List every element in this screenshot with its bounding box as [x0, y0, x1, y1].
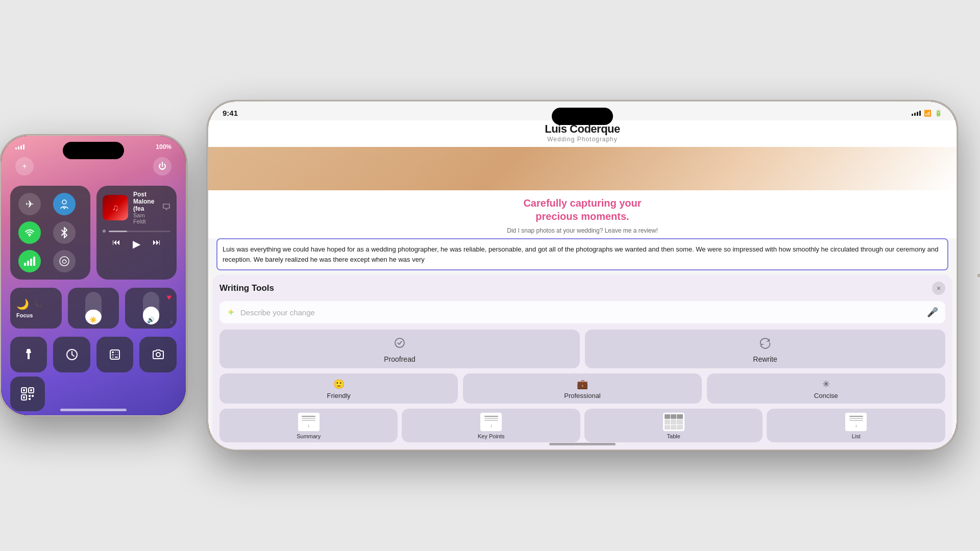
cc-transport: ⏮ ▶ ⏭: [96, 235, 177, 255]
wt-proofread-label: Proofread: [384, 355, 415, 363]
wt-summary-label: Summary: [297, 433, 321, 439]
cc-album-art: [103, 195, 128, 220]
p2-home-indicator: [549, 443, 616, 445]
cc-extra-btn[interactable]: [53, 250, 76, 272]
p2-sub-text: Did I snap photos at your wedding? Leave…: [208, 225, 957, 238]
cc-music-icon: ♪: [170, 319, 173, 324]
cc-add-button[interactable]: +: [15, 157, 34, 176]
svg-point-1: [29, 235, 31, 237]
wt-friendly-label: Friendly: [327, 392, 351, 399]
svg-point-6: [60, 257, 69, 266]
cc-top-row: ✈: [1, 182, 186, 284]
p2-wifi-icon: 📶: [924, 110, 932, 117]
cc-next-btn[interactable]: ⏭: [153, 238, 161, 250]
svg-rect-13: [117, 352, 118, 353]
p2-status-right: 📶 🔋: [912, 110, 942, 117]
svg-rect-23: [23, 396, 25, 398]
cc-row2: 🌙 📞 Focus ☀️ 🔊: [1, 284, 186, 333]
wt-mic-icon[interactable]: 🎤: [927, 307, 938, 318]
control-center-bg: 📶 100% + ⏻ ✈: [1, 136, 186, 415]
cc-airplay-icon[interactable]: [162, 203, 170, 213]
cc-track-artist: Sam Feldt: [133, 212, 157, 224]
wt-table-btn[interactable]: Table: [584, 409, 763, 442]
wt-concise-btn[interactable]: ✳ Concise: [707, 373, 945, 404]
svg-rect-9: [112, 352, 114, 353]
wt-proofread-icon: [394, 337, 406, 352]
svg-rect-14: [115, 354, 116, 355]
svg-rect-21: [30, 389, 32, 391]
cc-power-button[interactable]: ⏻: [153, 157, 172, 176]
wt-title: Writing Tools: [219, 283, 274, 293]
svg-rect-2: [24, 263, 26, 266]
p2-headline: Carefully capturing your precious moment…: [218, 196, 946, 223]
svg-rect-15: [117, 354, 118, 355]
cc-now-playing-card: Post Malone (fea Sam Feldt: [96, 186, 177, 280]
wt-list-label: List: [852, 433, 861, 439]
cc-now-playing-info: Post Malone (fea Sam Feldt: [96, 186, 177, 230]
p2-review-box[interactable]: Luis was everything we could have hoped …: [216, 238, 948, 270]
wt-list-btn[interactable]: ↓ List: [767, 409, 945, 442]
cc-cellular-btn[interactable]: [18, 250, 41, 272]
cc-brightness-card[interactable]: ☀️: [68, 288, 119, 329]
svg-rect-11: [112, 357, 114, 358]
cc-qr-btn[interactable]: [10, 377, 45, 411]
wt-row-3: ↓ Summary ↓ Key Points: [219, 409, 945, 442]
cc-focus-card[interactable]: 🌙 📞 Focus: [10, 288, 62, 329]
svg-rect-16: [115, 357, 118, 358]
cc-calculator-btn[interactable]: [96, 337, 134, 372]
wt-keypoints-label: Key Points: [478, 433, 505, 439]
wt-search-bar[interactable]: ✦ Describe your change 🎤: [219, 301, 945, 323]
cc-focus-label: Focus: [16, 312, 56, 318]
svg-point-0: [62, 200, 66, 204]
cc-home-indicator: [60, 409, 127, 411]
cc-bluetooth-btn[interactable]: [53, 221, 76, 244]
cc-toggles-card: ✈: [10, 186, 90, 280]
dynamic-island-1: [63, 142, 124, 159]
svg-rect-26: [29, 398, 31, 400]
cc-plus-icon: +: [22, 162, 27, 171]
phone2-inner: 9:41 📶 🔋 Luis Coderque Wedding Photograp…: [208, 102, 957, 449]
svg-rect-12: [115, 352, 116, 353]
cc-volume-card: 🔊 ♥ ♪: [125, 288, 177, 329]
svg-rect-25: [32, 395, 34, 397]
cc-airplane-btn[interactable]: ✈: [18, 193, 41, 215]
wt-close-button[interactable]: ×: [932, 282, 945, 295]
wt-proofread-btn[interactable]: Proofread: [219, 330, 580, 368]
svg-rect-10: [112, 354, 114, 356]
svg-rect-5: [33, 257, 35, 266]
wt-table-label: Table: [667, 433, 680, 439]
wt-friendly-icon: 🙂: [333, 379, 345, 390]
cc-track-info: Post Malone (fea Sam Feldt: [133, 191, 157, 224]
wt-rewrite-label: Rewrite: [753, 355, 777, 363]
cc-clock-btn[interactable]: [53, 337, 90, 372]
svg-point-17: [156, 353, 160, 357]
wt-row-2: 🙂 Friendly 💼 Professional ✳ Concise: [219, 373, 945, 404]
wt-list-icon: ↓: [845, 413, 867, 431]
cc-power-icon: ⏻: [158, 162, 166, 171]
cc-phone-icon: 📞: [33, 300, 42, 308]
cc-signal: [15, 144, 24, 149]
cc-flashlight-btn[interactable]: [10, 337, 47, 372]
phone1-inner: 📶 100% + ⏻ ✈: [1, 136, 186, 415]
writing-tools-panel: Writing Tools × ✦ Describe your change 🎤: [212, 274, 952, 449]
wt-professional-label: Professional: [564, 392, 601, 399]
cc-wifi-btn[interactable]: [18, 221, 41, 244]
svg-rect-19: [23, 389, 25, 391]
cc-play-btn[interactable]: ▶: [133, 238, 140, 250]
phone2-shell: 9:41 📶 🔋 Luis Coderque Wedding Photograp…: [207, 101, 958, 450]
phone1-shell: 📶 100% + ⏻ ✈: [0, 135, 187, 416]
wt-summary-btn[interactable]: ↓ Summary: [219, 409, 398, 442]
cc-prev-btn[interactable]: ⏮: [112, 238, 120, 250]
cc-airdrop-btn[interactable]: [53, 193, 76, 215]
cc-camera-btn[interactable]: [139, 337, 177, 372]
wt-rewrite-btn[interactable]: Rewrite: [585, 330, 945, 368]
wt-concise-label: Concise: [814, 392, 838, 399]
wt-professional-icon: 💼: [577, 379, 588, 390]
p2-hero-image: [208, 147, 957, 190]
wt-professional-btn[interactable]: 💼 Professional: [463, 373, 701, 404]
p2-signal: [912, 111, 921, 116]
wt-keypoints-btn[interactable]: ↓ Key Points: [402, 409, 580, 442]
p2-time: 9:41: [223, 109, 238, 117]
wt-friendly-btn[interactable]: 🙂 Friendly: [219, 373, 458, 404]
cc-battery: 100%: [156, 143, 172, 151]
